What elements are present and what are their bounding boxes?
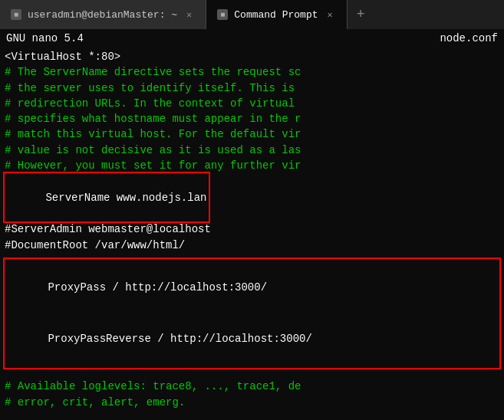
- available-line: # Available loglevels: trace8, ..., trac…: [0, 379, 504, 394]
- servername-line: ServerName www.nodejs.lan: [0, 173, 504, 221]
- tab-terminal-label: useradmin@debianMaster: ~: [28, 9, 177, 21]
- tab-cmd[interactable]: ■ Command Prompt ✕: [206, 0, 347, 29]
- documentroot-line: #DocumentRoot /var/www/html/: [0, 238, 504, 253]
- proxypass-line: ProxyPass / http://localhost:3000/: [9, 262, 495, 313]
- comment-line-3: # redirection URLs. In the context of vi…: [0, 96, 504, 111]
- comment-line-2: # the server uses to identify itself. Th…: [0, 80, 504, 96]
- tab-terminal[interactable]: ■ useradmin@debianMaster: ~ ✕: [0, 0, 206, 29]
- serveradmin-line: #ServerAdmin webmaster@localhost: [0, 221, 504, 237]
- comment-line-1: # The ServerName directive sets the requ…: [0, 64, 504, 80]
- add-tab-button[interactable]: +: [348, 7, 374, 22]
- tab-terminal-close[interactable]: ✕: [183, 8, 195, 22]
- nano-version: GNU nano 5.4: [6, 32, 84, 44]
- proxypassreverse-line: ProxyPassReverse / http://localhost:3000…: [9, 313, 495, 365]
- servername-highlight: ServerName www.nodejs.lan: [5, 173, 209, 221]
- titlebar: ■ useradmin@debianMaster: ~ ✕ ■ Command …: [0, 0, 504, 29]
- proxy-block: ProxyPass / http://localhost:3000/ Proxy…: [3, 258, 501, 369]
- comment-line-5: # match this virtual host. For the defau…: [0, 126, 504, 142]
- editor-area: <VirtualHost *:80> # The ServerName dire…: [0, 48, 504, 412]
- nano-statusbar: GNU nano 5.4 node.conf: [0, 29, 504, 48]
- vhost-line: <VirtualHost *:80>: [0, 49, 504, 64]
- tab-cmd-close[interactable]: ✕: [324, 8, 336, 22]
- filename: node.conf: [440, 32, 498, 44]
- comment-line-4: # specifies what hostname must appear in…: [0, 111, 504, 126]
- tab-cmd-label: Command Prompt: [234, 9, 318, 21]
- cmd-icon: ■: [217, 9, 228, 20]
- comment-line-7: # However, you must set it for any furth…: [0, 158, 504, 173]
- comment-line-6: # value is not decisive as it is used as…: [0, 143, 504, 158]
- error-line: # error, crit, alert, emerg.: [0, 395, 504, 410]
- terminal-icon: ■: [11, 9, 21, 20]
